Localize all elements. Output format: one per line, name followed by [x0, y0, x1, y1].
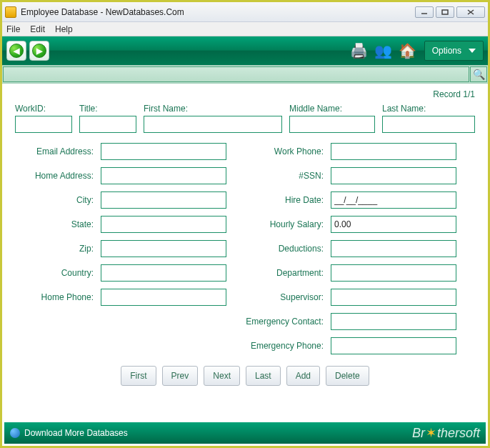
last-button[interactable]: Last: [246, 366, 281, 386]
forward-button[interactable]: ▶: [29, 41, 49, 61]
app-icon: [5, 6, 16, 18]
workid-label: WorkID:: [15, 104, 72, 114]
svg-rect-1: [442, 10, 448, 14]
city-label: City:: [15, 195, 94, 205]
menu-file[interactable]: File: [6, 24, 20, 34]
menu-edit[interactable]: Edit: [30, 24, 45, 34]
email-input[interactable]: [101, 143, 226, 160]
lastname-label: Last Name:: [382, 104, 475, 114]
search-strip: 🔍: [2, 65, 488, 84]
supervisor-input[interactable]: [331, 289, 456, 306]
delete-button[interactable]: Delete: [326, 366, 369, 386]
emcontact-label: Emergency Contact:: [234, 317, 324, 327]
minimize-button[interactable]: [415, 6, 434, 18]
firstname-input[interactable]: [144, 116, 282, 133]
ssn-label: #SSN:: [234, 171, 324, 181]
print-icon[interactable]: 🖨️: [349, 41, 369, 61]
hourly-label: Hourly Salary:: [234, 219, 324, 229]
toolbar: ◀ ▶ 🖨️ 👥 🏠 Options: [2, 36, 488, 65]
middlename-label: Middle Name:: [289, 104, 375, 114]
hiredate-label: Hire Date:: [234, 195, 324, 205]
brand-logo: Br✶thersoft: [412, 425, 480, 441]
deductions-label: Deductions:: [234, 244, 324, 254]
footer: Download More Databases Br✶thersoft: [4, 422, 486, 444]
window-title: Employee Database - NewDatabases.Com: [21, 7, 413, 17]
download-link[interactable]: Download More Databases: [24, 428, 128, 438]
title-label: Title:: [79, 104, 136, 114]
titlebar: Employee Database - NewDatabases.Com: [2, 2, 488, 22]
homeaddr-input[interactable]: [101, 167, 226, 184]
top-row: WorkID: Title: First Name: Middle Name: …: [15, 104, 475, 133]
options-label: Options: [432, 46, 461, 56]
title-input[interactable]: [79, 116, 136, 133]
next-button[interactable]: Next: [204, 366, 240, 386]
hiredate-input[interactable]: [331, 191, 456, 209]
country-input[interactable]: [101, 264, 226, 282]
menu-help[interactable]: Help: [55, 24, 73, 34]
prev-button[interactable]: Prev: [162, 366, 199, 386]
state-label: State:: [15, 219, 94, 229]
users-icon[interactable]: 👥: [374, 41, 394, 61]
home-icon[interactable]: 🏠: [398, 41, 418, 61]
zip-label: Zip:: [15, 244, 94, 254]
city-input[interactable]: [101, 191, 226, 209]
emcontact-input[interactable]: [331, 313, 456, 330]
chevron-down-icon: [469, 49, 476, 53]
back-button[interactable]: ◀: [6, 41, 26, 61]
workphone-input[interactable]: [331, 143, 456, 160]
download-icon: [10, 428, 20, 438]
emphone-label: Emergency Phone:: [234, 341, 324, 351]
hourly-input[interactable]: [331, 216, 456, 233]
state-input[interactable]: [101, 216, 226, 233]
search-input[interactable]: [3, 66, 469, 82]
email-label: Email Address:: [15, 146, 94, 156]
middlename-input[interactable]: [289, 116, 375, 133]
form-area: Record 1/1 WorkID: Title: First Name: Mi…: [2, 84, 488, 396]
country-label: Country:: [15, 268, 94, 278]
deductions-input[interactable]: [331, 240, 456, 257]
homephone-label: Home Phone:: [15, 292, 94, 302]
record-nav: First Prev Next Last Add Delete: [15, 354, 475, 390]
supervisor-label: Supervisor:: [234, 292, 324, 302]
search-icon[interactable]: 🔍: [470, 66, 487, 82]
star-icon: ✶: [426, 425, 436, 441]
ssn-input[interactable]: [331, 167, 456, 184]
lastname-input[interactable]: [382, 116, 475, 133]
options-button[interactable]: Options: [424, 41, 484, 61]
zip-input[interactable]: [101, 240, 226, 257]
first-button[interactable]: First: [121, 366, 156, 386]
homeaddr-label: Home Address:: [15, 171, 94, 181]
add-button[interactable]: Add: [286, 366, 320, 386]
workphone-label: Work Phone:: [234, 146, 324, 156]
department-input[interactable]: [331, 264, 456, 282]
emphone-input[interactable]: [331, 337, 456, 354]
menu-bar: File Edit Help: [2, 22, 488, 36]
department-label: Department:: [234, 268, 324, 278]
homephone-input[interactable]: [101, 289, 226, 306]
maximize-button[interactable]: [436, 6, 454, 18]
record-counter: Record 1/1: [15, 86, 475, 104]
firstname-label: First Name:: [144, 104, 282, 114]
workid-input[interactable]: [15, 116, 72, 133]
details-grid: Email Address: Work Phone: Home Address:…: [15, 143, 475, 354]
close-button[interactable]: [456, 6, 485, 18]
